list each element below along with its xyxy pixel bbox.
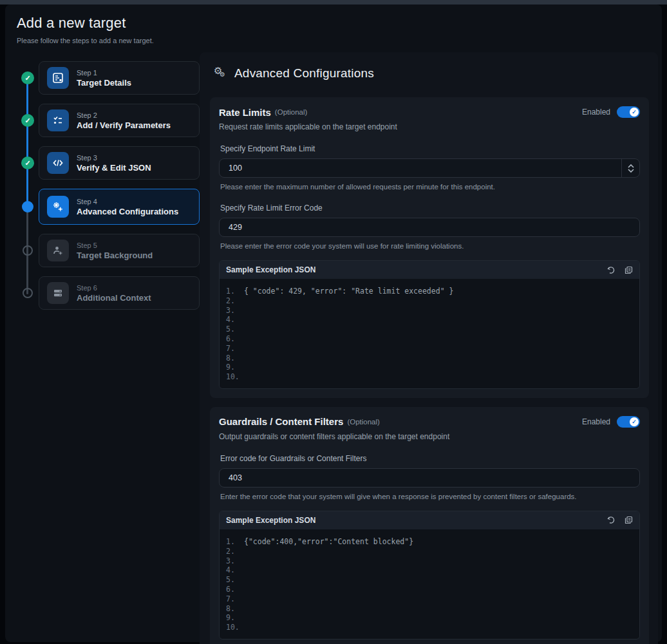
sidebar-item-step1-target-details[interactable]: Step 1 Target Details: [39, 61, 200, 95]
guardrails-error-code-label: Error code for Guardrails or Content Fil…: [220, 454, 640, 463]
page-top-strip: [0, 0, 667, 5]
rate-limits-section: Rate Limits (Optional) Enabled ✓ Request…: [210, 97, 649, 398]
server-icon: [47, 282, 69, 304]
endpoint-rate-limit-help: Please enter the maximum number of allow…: [220, 183, 640, 191]
copy-icon[interactable]: [625, 266, 633, 274]
rate-limits-toggle-label: Enabled: [582, 108, 610, 117]
copy-icon[interactable]: [625, 516, 633, 524]
undo-icon[interactable]: [607, 516, 615, 524]
endpoint-rate-limit-label: Specify Endpoint Rate Limit: [220, 144, 640, 153]
modal-title: Add a new target: [17, 15, 662, 32]
guardrails-title: Guardrails / Content Filters: [219, 416, 343, 427]
endpoint-rate-limit-input[interactable]: 100: [219, 158, 640, 178]
chevron-up-icon[interactable]: [622, 164, 639, 168]
rate-limit-error-code-help: Please enter the error code your system …: [220, 242, 640, 250]
step3-label: Verify & Edit JSON: [77, 163, 151, 173]
guardrails-error-code-help: Enter the error code that your system wi…: [220, 493, 640, 500]
rate-limit-error-code-value: 429: [220, 223, 639, 232]
step4-number: Step 4: [77, 198, 178, 205]
rate-limit-error-code-input[interactable]: 429: [219, 218, 640, 237]
guardrails-description: Output guardrails or content filters app…: [219, 432, 640, 441]
gears-icon: ⚙⚙: [214, 67, 228, 80]
step4-active-dot: [22, 201, 33, 213]
step2-check-icon: ✓: [21, 114, 34, 127]
user-gear-icon: [47, 240, 69, 261]
sidebar-item-step2-add-verify-parameters[interactable]: Step 2 Add / Verify Parameters: [39, 104, 200, 137]
guardrails-toggle-label: Enabled: [582, 417, 610, 426]
number-stepper: [621, 159, 639, 177]
guardrails-optional-tag: (Optional): [347, 418, 380, 426]
step-list: ✓ Step 1 Target Details ✓: [17, 61, 200, 310]
document-details-icon: [47, 67, 69, 89]
step1-check-icon: ✓: [21, 71, 34, 84]
toggle-check-icon: ✓: [630, 417, 639, 426]
sidebar-item-step4-advanced-configurations[interactable]: Step 4 Advanced Configurations: [39, 189, 200, 225]
rate-limit-sample-json-editor: Sample Exception JSON 1.{ "code": 429, "…: [219, 260, 640, 389]
rate-limit-error-code-label: Specify Rate Limit Error Code: [220, 204, 640, 213]
step2-number: Step 2: [77, 111, 171, 119]
sample-exception-json-title: Sample Exception JSON: [226, 265, 315, 274]
sidebar-item-step6-additional-context[interactable]: Step 6 Additional Context: [39, 276, 200, 310]
step2-label: Add / Verify Parameters: [77, 120, 171, 130]
undo-icon[interactable]: [607, 266, 615, 274]
rate-limits-description: Request rate limits applicable on the ta…: [219, 122, 640, 131]
sidebar-item-step3-verify-edit-json[interactable]: Step 3 Verify & Edit JSON: [39, 146, 200, 180]
step5-upcoming-dot: [23, 245, 33, 256]
guardrails-enabled-toggle[interactable]: ✓: [617, 416, 640, 428]
endpoint-rate-limit-value: 100: [220, 164, 621, 173]
toggle-check-icon: ✓: [630, 108, 639, 117]
step5-number: Step 5: [77, 242, 153, 249]
advanced-configurations-panel: ⚙⚙ Advanced Configurations Rate Limits (…: [200, 52, 658, 644]
rate-limits-enabled-toggle[interactable]: ✓: [617, 106, 640, 118]
checklist-icon: [47, 109, 69, 131]
modal-subtitle: Please follow the steps to add a new tar…: [17, 37, 662, 44]
guardrails-sample-json-editor: Sample Exception JSON 1.{"code":400,"err…: [219, 511, 640, 639]
guardrails-error-code-input[interactable]: 403: [219, 468, 640, 488]
step4-label: Advanced Configurations: [77, 207, 178, 216]
step3-number: Step 3: [77, 154, 151, 162]
step1-number: Step 1: [77, 69, 131, 77]
rate-limits-optional-tag: (Optional): [275, 108, 308, 116]
panel-title: Advanced Configurations: [234, 66, 374, 80]
sidebar-item-step5-target-background[interactable]: Step 5 Target Background: [39, 234, 200, 267]
rate-limits-title: Rate Limits: [219, 107, 271, 118]
guardrails-sample-json-code[interactable]: 1.{"code":400,"error":"Content blocked"}…: [220, 529, 639, 639]
code-icon: [47, 152, 69, 174]
guardrails-error-code-value: 403: [220, 473, 639, 482]
guardrails-section: Guardrails / Content Filters (Optional) …: [210, 407, 649, 644]
rate-limit-sample-json-code[interactable]: 1.{ "code": 429, "error": "Rate limit ex…: [220, 279, 639, 388]
step1-label: Target Details: [77, 78, 131, 88]
step5-label: Target Background: [77, 251, 153, 260]
add-target-modal: Add a new target Please follow the steps…: [5, 5, 662, 642]
chevron-down-icon[interactable]: [622, 169, 639, 173]
gears-icon: [47, 196, 69, 218]
sample-exception-json-title: Sample Exception JSON: [226, 516, 315, 525]
step3-check-icon: ✓: [21, 156, 34, 169]
step6-label: Additional Context: [77, 293, 151, 303]
step6-number: Step 6: [77, 284, 151, 292]
step6-upcoming-dot: [23, 288, 33, 298]
